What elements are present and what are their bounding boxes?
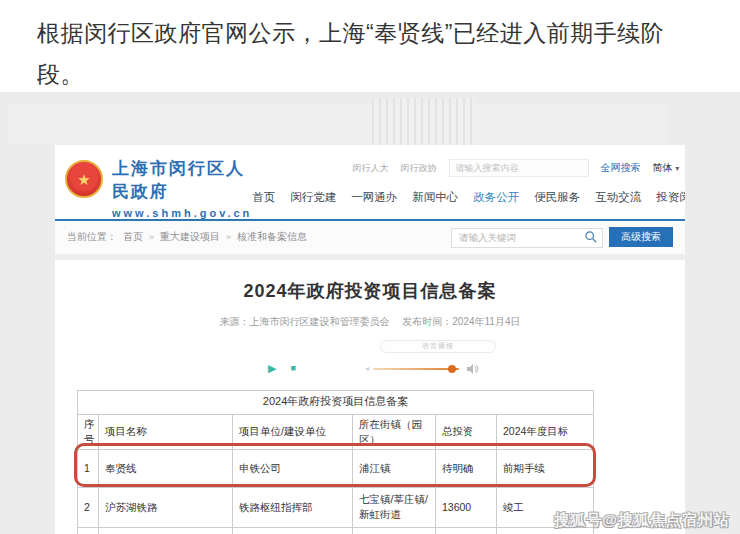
breadcrumb-filing-info[interactable]: 核准和备案信息 [237, 230, 307, 244]
site-search-input[interactable] [449, 159, 589, 177]
col-header-target: 2024年度目标 [497, 414, 594, 449]
backdrop-stripes-decoration [372, 98, 476, 147]
site-url: www.shmh.gov.cn [112, 207, 252, 219]
top-link-zhengxie[interactable]: 闵行政协 [401, 162, 437, 175]
table-caption: 2024年政府投资项目信息备案 [78, 390, 594, 414]
breadcrumb-separator: » [226, 232, 231, 242]
site-logo-text[interactable]: 上海市闵行区人民政府 www.shmh.gov.cn [112, 157, 252, 219]
article-intro-text: 根据闵行区政府官网公示，上海“奉贤线”已经进入前期手续阶段。 [0, 0, 740, 95]
search-icon[interactable] [584, 230, 598, 244]
slider-knob[interactable] [448, 365, 456, 373]
col-header-investment: 总投资 [436, 414, 497, 449]
article-source: 来源：上海市闵行区建设和管理委员会 [220, 316, 390, 327]
article-publish-time: 发布时间：2024年11月4日 [402, 316, 520, 327]
stop-icon[interactable]: ■ [290, 364, 295, 373]
star-icon: ★ [77, 172, 90, 187]
section-divider [55, 254, 685, 260]
table-row-fengxian-line[interactable]: 1 奉贤线 申铁公司 浦江镇 待明确 前期手续 [78, 449, 594, 487]
audio-player: ▶ ■ ◂ [268, 360, 480, 378]
volume-low-icon: ◂ [365, 364, 369, 373]
table-row-huhang-link-line[interactable]: 3 沪杭客专南联络线 铁路枢纽指挥部 梅陇镇 莘庄镇 167705 竣工 [78, 527, 594, 534]
top-link-renda[interactable]: 闵行人大 [353, 162, 389, 175]
screenshot-backdrop: ★ 上海市闵行区人民政府 www.shmh.gov.cn 闵行人大 闵行政协 全… [0, 92, 740, 534]
language-selector[interactable]: 简体 ▾ [653, 161, 680, 175]
breadcrumb: 当前位置： 首页 » 重大建设项目 » 核准和备案信息 [67, 230, 307, 244]
speaker-icon[interactable] [467, 363, 480, 375]
breadcrumb-bar: 当前位置： 首页 » 重大建设项目 » 核准和备案信息 高级搜索 [55, 221, 685, 254]
nav-interaction[interactable]: 互动交流 [595, 190, 641, 205]
site-search-button[interactable]: 全网搜索 [601, 161, 641, 175]
watermark-text: 搜狐号@搜狐焦点宿州站 [554, 511, 730, 530]
nav-one-stop[interactable]: 一网通办 [351, 190, 397, 205]
breadcrumb-label: 当前位置： [67, 230, 117, 244]
nav-home[interactable]: 首页 [252, 190, 275, 205]
nav-invest[interactable]: 投资闵行 [656, 190, 685, 205]
page-title: 2024年政府投资项目信息备案 [55, 279, 685, 303]
advanced-search-button[interactable]: 高级搜索 [609, 227, 673, 247]
site-header: ★ 上海市闵行区人民政府 www.shmh.gov.cn 闵行人大 闵行政协 全… [55, 145, 685, 219]
progress-slider[interactable] [373, 368, 459, 370]
chevron-down-icon: ▾ [675, 164, 679, 173]
breadcrumb-major-projects[interactable]: 重大建设项目 [160, 230, 220, 244]
table-caption-row: 2024年政府投资项目信息备案 [78, 390, 594, 414]
voice-broadcast-pill[interactable]: 语音播报 [380, 340, 496, 353]
site-name: 上海市闵行区人民政府 [112, 157, 252, 203]
col-header-project: 项目名称 [99, 414, 233, 449]
article-meta: 来源：上海市闵行区建设和管理委员会 发布时间：2024年11月4日 [55, 315, 685, 329]
nav-news-center[interactable]: 新闻中心 [412, 190, 458, 205]
table-row-husuhu-railway[interactable]: 2 沪苏湖铁路 铁路枢纽指挥部 七宝镇/莘庄镇/新虹街道 13600 竣工 [78, 487, 594, 527]
breadcrumb-separator: » [149, 232, 154, 242]
main-nav: 首页 闵行党建 一网通办 新闻中心 政务公开 便民服务 互动交流 投资闵行 闵行… [252, 190, 685, 213]
keyword-search-input[interactable] [451, 228, 603, 248]
breadcrumb-home[interactable]: 首页 [123, 230, 143, 244]
play-icon[interactable]: ▶ [268, 363, 276, 374]
col-header-index: 序号 [78, 414, 99, 449]
col-header-town: 所在街镇（园区） [353, 414, 436, 449]
national-emblem-logo: ★ [65, 160, 103, 198]
gov-site-screenshot: ★ 上海市闵行区人民政府 www.shmh.gov.cn 闵行人大 闵行政协 全… [55, 145, 685, 534]
backdrop-soft-block [8, 104, 668, 144]
nav-public-service[interactable]: 便民服务 [534, 190, 580, 205]
projects-table: 2024年政府投资项目信息备案 序号 项目名称 项目单位/建设单位 所在街镇（园… [77, 390, 594, 534]
nav-party-building[interactable]: 闵行党建 [290, 190, 336, 205]
projects-table-wrap: 2024年政府投资项目信息备案 序号 项目名称 项目单位/建设单位 所在街镇（园… [77, 390, 593, 534]
col-header-unit: 项目单位/建设单位 [233, 414, 353, 449]
nav-gov-affairs[interactable]: 政务公开 [473, 190, 519, 205]
table-header-row: 序号 项目名称 项目单位/建设单位 所在街镇（园区） 总投资 2024年度目标 [78, 414, 594, 449]
